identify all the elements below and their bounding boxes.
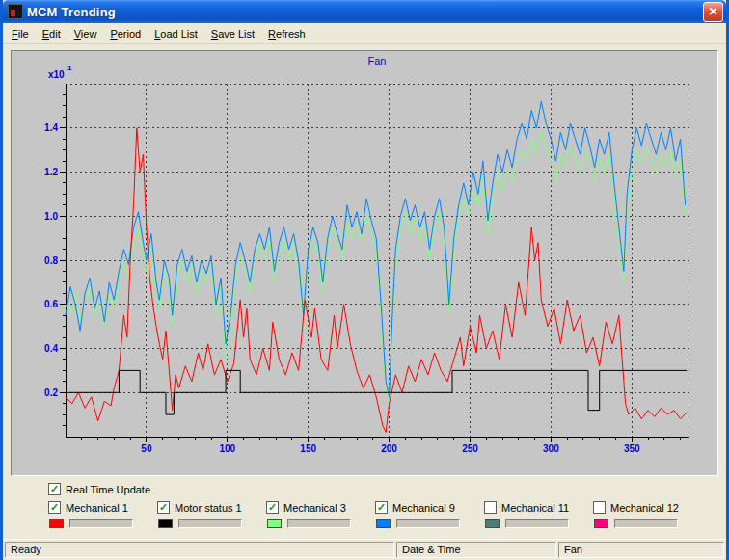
controls-area: ✓ Real Time Update ✓Mechanical 1✓Motor s… (3, 480, 726, 539)
series-level-bar (614, 519, 678, 528)
series-color-swatch[interactable] (594, 519, 608, 528)
menu-bar: FileEditViewPeriodLoad ListSave ListRefr… (3, 23, 726, 44)
series-checkbox-mechanical-9[interactable]: ✓Mechanical 9 (375, 501, 484, 514)
series-toggle-mechanical-12: Mechanical 12 (593, 501, 702, 528)
svg-text:1.0: 1.0 (44, 211, 58, 222)
svg-text:1.2: 1.2 (44, 167, 58, 177)
series-checkbox-mechanical-11[interactable]: Mechanical 11 (484, 501, 593, 514)
status-date-time: Date & Time (396, 542, 556, 558)
series-checkbox-label: Mechanical 1 (66, 502, 128, 514)
series-level-bar (396, 519, 460, 528)
svg-text:350: 350 (624, 443, 640, 454)
menu-item-period[interactable]: Period (103, 25, 148, 42)
series-checkbox-label: Mechanical 3 (284, 502, 346, 514)
series-level-bar (69, 519, 133, 528)
menu-item-refresh[interactable]: Refresh (261, 25, 312, 42)
series-checkbox-label: Mechanical 11 (501, 502, 569, 514)
status-fan: Fan (558, 542, 724, 558)
svg-text:1: 1 (68, 64, 72, 72)
series-color-swatch[interactable] (49, 519, 64, 528)
series-checkbox-label: Mechanical 9 (392, 502, 455, 514)
real-time-update-checkbox[interactable]: ✓ Real Time Update (48, 483, 726, 495)
app-window: MCM Trending ✕ FileEditViewPeriodLoad Li… (0, 0, 729, 560)
series-color-swatch[interactable] (267, 519, 282, 528)
series-level-bar (505, 519, 569, 528)
series-color-swatch[interactable] (485, 519, 500, 528)
svg-text:Fan: Fan (368, 55, 387, 67)
svg-text:x10: x10 (48, 69, 65, 80)
series-color-row (267, 519, 375, 528)
series-toggle-mechanical-1: ✓Mechanical 1 (48, 501, 157, 528)
series-checkbox-label: Mechanical 12 (610, 502, 679, 514)
series-line-mechanical-9 (66, 101, 686, 397)
checkbox-box[interactable]: ✓ (48, 483, 61, 495)
svg-text:0.8: 0.8 (44, 255, 58, 266)
series-color-row (376, 519, 484, 528)
checkbox-box[interactable]: ✓ (157, 501, 170, 514)
real-time-update-label: Real Time Update (66, 484, 150, 495)
window-title: MCM Trending (27, 5, 703, 19)
menu-item-file[interactable]: File (5, 25, 36, 42)
series-toggles: ✓Mechanical 1✓Motor status 1✓Mechanical … (48, 501, 726, 528)
svg-text:150: 150 (300, 443, 316, 454)
series-line-mechanical-1 (66, 128, 687, 433)
status-bar: Ready Date & Time Fan (3, 539, 726, 560)
series-color-swatch[interactable] (376, 519, 391, 528)
menu-item-edit[interactable]: Edit (36, 25, 68, 42)
title-bar[interactable]: MCM Trending ✕ (3, 0, 726, 23)
series-line-motor-status-1 (66, 370, 687, 414)
menu-item-view[interactable]: View (68, 25, 104, 42)
svg-text:0.2: 0.2 (44, 387, 58, 398)
series-color-row (158, 519, 266, 528)
series-checkbox-mechanical-12[interactable]: Mechanical 12 (593, 501, 702, 514)
series-color-swatch[interactable] (158, 519, 173, 528)
series-color-row (49, 519, 157, 528)
menu-item-load-list[interactable]: Load List (148, 25, 204, 42)
series-color-row (485, 519, 593, 528)
series-toggle-mechanical-11: Mechanical 11 (484, 501, 593, 528)
svg-text:200: 200 (381, 443, 397, 454)
svg-text:50: 50 (141, 443, 152, 454)
chart-panel: 0.20.40.60.81.01.21.45010015020025030035… (11, 50, 718, 476)
checkbox-box[interactable] (484, 501, 497, 514)
checkbox-box[interactable]: ✓ (375, 501, 388, 514)
svg-text:0.6: 0.6 (44, 299, 58, 309)
svg-text:0.4: 0.4 (44, 343, 58, 354)
svg-text:300: 300 (543, 443, 559, 454)
status-ready: Ready (5, 542, 394, 558)
close-button[interactable]: ✕ (703, 2, 723, 22)
series-line-mechanical-3 (66, 132, 686, 403)
series-level-bar (178, 519, 242, 528)
svg-text:1.4: 1.4 (44, 122, 58, 133)
menu-item-save-list[interactable]: Save List (204, 25, 261, 42)
series-color-row (594, 519, 702, 528)
series-toggle-mechanical-3: ✓Mechanical 3 (266, 501, 375, 528)
series-toggle-motor-status-1: ✓Motor status 1 (157, 501, 266, 528)
svg-text:250: 250 (462, 443, 478, 454)
checkbox-box[interactable]: ✓ (266, 501, 279, 514)
series-level-bar (287, 519, 351, 528)
series-checkbox-mechanical-3[interactable]: ✓Mechanical 3 (266, 501, 375, 514)
trend-chart: 0.20.40.60.81.01.21.45010015020025030035… (12, 51, 718, 473)
checkbox-box[interactable]: ✓ (48, 501, 61, 514)
series-checkbox-label: Motor status 1 (175, 502, 242, 514)
checkbox-box[interactable] (593, 501, 606, 514)
app-icon (8, 4, 23, 19)
series-checkbox-motor-status-1[interactable]: ✓Motor status 1 (157, 501, 266, 514)
series-toggle-mechanical-9: ✓Mechanical 9 (375, 501, 484, 528)
series-checkbox-mechanical-1[interactable]: ✓Mechanical 1 (48, 501, 157, 514)
svg-text:100: 100 (219, 443, 235, 454)
